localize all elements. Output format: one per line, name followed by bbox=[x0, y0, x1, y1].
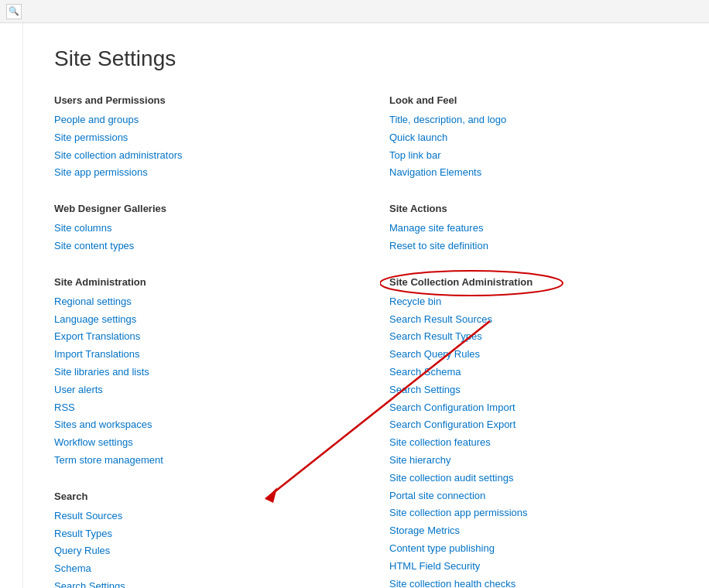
link-query-rules[interactable]: Query Rules bbox=[54, 545, 110, 556]
svg-point-0 bbox=[380, 271, 563, 296]
link-html-field-security[interactable]: HTML Field Security bbox=[389, 560, 480, 572]
list-item: HTML Field Security bbox=[389, 559, 678, 575]
link-search-schema[interactable]: Search Schema bbox=[389, 366, 461, 378]
link-navigation-elements[interactable]: Navigation Elements bbox=[389, 166, 481, 178]
sections-grid: Users and Permissions People and groups … bbox=[54, 94, 678, 588]
list-item: Site collection app permissions bbox=[389, 505, 678, 521]
list-item: User alerts bbox=[54, 382, 343, 398]
link-term-store-management[interactable]: Term store management bbox=[54, 454, 163, 466]
list-item: Navigation Elements bbox=[389, 165, 678, 181]
link-sites-and-workspaces[interactable]: Sites and workspaces bbox=[54, 419, 152, 430]
search-icon-top[interactable]: 🔍 bbox=[6, 4, 22, 19]
link-site-collection-audit-settings[interactable]: Site collection audit settings bbox=[389, 472, 513, 484]
section-title-web-designer: Web Designer Galleries bbox=[54, 203, 343, 214]
links-site-admin: Regional settings Language settings Expo… bbox=[54, 294, 343, 469]
link-result-types[interactable]: Result Types bbox=[54, 528, 112, 539]
link-title-description-logo[interactable]: Title, description, and logo bbox=[389, 114, 506, 125]
links-search: Result Sources Result Types Query Rules … bbox=[54, 508, 343, 588]
list-item: Site content types bbox=[54, 238, 343, 255]
link-portal-site-connection[interactable]: Portal site connection bbox=[389, 490, 485, 501]
left-column: Users and Permissions People and groups … bbox=[54, 94, 343, 588]
list-item: Site collection administrators bbox=[54, 148, 343, 164]
list-item: Search Configuration Import bbox=[389, 400, 678, 416]
list-item: Storage Metrics bbox=[389, 523, 678, 539]
links-web-designer: Site columns Site content types bbox=[54, 220, 343, 255]
list-item: Recycle bin bbox=[389, 294, 678, 310]
list-item: Reset to site definition bbox=[389, 238, 678, 255]
list-item: Search Query Rules bbox=[389, 347, 678, 363]
list-item: Search Settings bbox=[54, 579, 343, 588]
list-item: Site collection health checks bbox=[389, 576, 678, 588]
list-item: Site collection audit settings bbox=[389, 470, 678, 487]
page-title: Site Settings bbox=[54, 46, 678, 71]
link-site-collection-features[interactable]: Site collection features bbox=[389, 436, 491, 448]
link-storage-metrics[interactable]: Storage Metrics bbox=[389, 525, 460, 536]
link-site-app-permissions[interactable]: Site app permissions bbox=[54, 166, 148, 178]
list-item: Site hierarchy bbox=[389, 453, 678, 469]
list-item: Site permissions bbox=[54, 130, 343, 146]
list-item: Search Schema bbox=[389, 364, 678, 381]
list-item: Search Result Types bbox=[389, 329, 678, 345]
list-item: Top link bar bbox=[389, 148, 678, 164]
list-item: Site columns bbox=[54, 220, 343, 237]
list-item: RSS bbox=[54, 400, 343, 416]
list-item: Result Types bbox=[54, 526, 343, 542]
list-item: Schema bbox=[54, 561, 343, 577]
section-search: Search Result Sources Result Types Query… bbox=[54, 491, 343, 588]
list-item: People and groups bbox=[54, 112, 343, 128]
list-item: Title, description, and logo bbox=[389, 112, 678, 128]
link-site-libraries-and-lists[interactable]: Site libraries and lists bbox=[54, 366, 149, 378]
content-area: Site Settings Users and Permissions Peop… bbox=[23, 23, 709, 588]
link-search-result-types[interactable]: Search Result Types bbox=[389, 330, 482, 342]
list-item: Search Result Sources bbox=[389, 312, 678, 328]
list-item: Result Sources bbox=[54, 508, 343, 525]
link-search-configuration-import[interactable]: Search Configuration Import bbox=[389, 402, 515, 413]
list-item: Quick launch bbox=[389, 130, 678, 146]
link-site-collection-health-checks[interactable]: Site collection health checks bbox=[389, 578, 515, 588]
link-people-and-groups[interactable]: People and groups bbox=[54, 114, 139, 125]
link-export-translations[interactable]: Export Translations bbox=[54, 330, 140, 342]
link-content-type-publishing[interactable]: Content type publishing bbox=[389, 542, 495, 554]
list-item: Sites and workspaces bbox=[54, 417, 343, 433]
link-recycle-bin[interactable]: Recycle bin bbox=[389, 296, 441, 307]
links-users-permissions: People and groups Site permissions Site … bbox=[54, 112, 343, 181]
list-item: Search Configuration Export bbox=[389, 417, 678, 433]
section-title-site-actions: Site Actions bbox=[389, 203, 678, 214]
link-search-result-sources[interactable]: Search Result Sources bbox=[389, 313, 492, 325]
link-site-collection-administrators[interactable]: Site collection administrators bbox=[54, 149, 182, 161]
link-user-alerts[interactable]: User alerts bbox=[54, 384, 103, 395]
right-column: Look and Feel Title, description, and lo… bbox=[389, 94, 678, 588]
section-site-collection-admin: Site Collection Administration Recycle b… bbox=[389, 276, 678, 588]
section-web-designer-galleries: Web Designer Galleries Site columns Site… bbox=[54, 203, 343, 255]
link-result-sources[interactable]: Result Sources bbox=[54, 510, 122, 521]
list-item: Export Translations bbox=[54, 329, 343, 345]
section-title-site-collection-admin: Site Collection Administration bbox=[389, 276, 678, 288]
link-manage-site-features[interactable]: Manage site features bbox=[389, 222, 483, 234]
top-bar: 🔍 bbox=[0, 0, 709, 23]
link-rss[interactable]: RSS bbox=[54, 402, 75, 413]
link-top-link-bar[interactable]: Top link bar bbox=[389, 149, 440, 161]
link-search-query-rules[interactable]: Search Query Rules bbox=[389, 348, 480, 360]
link-reset-to-site-definition[interactable]: Reset to site definition bbox=[389, 240, 488, 251]
links-look-and-feel: Title, description, and logo Quick launc… bbox=[389, 112, 678, 181]
link-site-collection-app-permissions[interactable]: Site collection app permissions bbox=[389, 507, 527, 518]
link-site-permissions[interactable]: Site permissions bbox=[54, 132, 128, 143]
link-schema[interactable]: Schema bbox=[54, 562, 91, 574]
list-item: Workflow settings bbox=[54, 435, 343, 451]
link-search-settings[interactable]: Search Settings bbox=[389, 384, 461, 395]
link-language-settings[interactable]: Language settings bbox=[54, 313, 136, 325]
link-site-hierarchy[interactable]: Site hierarchy bbox=[389, 454, 450, 466]
link-workflow-settings[interactable]: Workflow settings bbox=[54, 436, 133, 448]
link-quick-launch[interactable]: Quick launch bbox=[389, 132, 447, 143]
links-site-collection-admin: Recycle bin Search Result Sources Search… bbox=[389, 294, 678, 588]
link-regional-settings[interactable]: Regional settings bbox=[54, 296, 132, 307]
section-site-actions: Site Actions Manage site features Reset … bbox=[389, 203, 678, 255]
section-title-look-and-feel: Look and Feel bbox=[389, 94, 678, 106]
section-title-site-admin: Site Administration bbox=[54, 276, 343, 288]
link-search-settings[interactable]: Search Settings bbox=[54, 580, 125, 588]
links-site-actions: Manage site features Reset to site defin… bbox=[389, 220, 678, 255]
link-site-columns[interactable]: Site columns bbox=[54, 222, 111, 234]
link-site-content-types[interactable]: Site content types bbox=[54, 240, 134, 251]
link-search-configuration-export[interactable]: Search Configuration Export bbox=[389, 419, 515, 430]
link-import-translations[interactable]: Import Translations bbox=[54, 348, 140, 360]
